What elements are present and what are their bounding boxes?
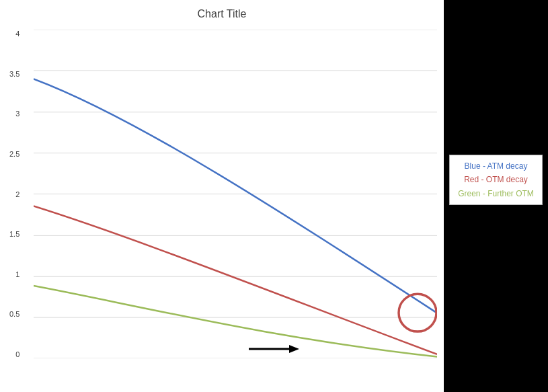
y-label-25: 2.5: [9, 150, 19, 158]
chart-container: Chart Title: [0, 0, 444, 392]
right-panel: Blue - ATM decay Red - OTM decay Green -…: [444, 0, 548, 392]
y-label-0: 0: [15, 350, 19, 358]
chart-svg: 1 2 3 4 5 6 7 8 9 10 11 12 13 14 15 16 1…: [34, 30, 437, 358]
y-label-2: 2: [15, 190, 19, 198]
y-label-35: 3.5: [9, 70, 19, 78]
legend-item-red: Red - OTM decay: [457, 173, 535, 186]
chart-plot-area: 1 2 3 4 5 6 7 8 9 10 11 12 13 14 15 16 1…: [34, 30, 437, 358]
green-series-line: [34, 286, 437, 357]
y-label-4: 4: [15, 30, 19, 38]
y-label-1: 1: [15, 270, 19, 278]
arrow-annotation: [289, 345, 299, 353]
y-label-3: 3: [15, 110, 19, 118]
red-series-line: [34, 206, 437, 354]
legend-item-green: Green - Further OTM: [457, 187, 535, 200]
y-label-15: 1.5: [9, 230, 19, 238]
legend-box: Blue - ATM decay Red - OTM decay Green -…: [449, 155, 543, 205]
legend-item-blue: Blue - ATM decay: [457, 159, 535, 173]
y-label-05: 0.5: [9, 310, 19, 318]
chart-title: Chart Title: [0, 0, 444, 23]
